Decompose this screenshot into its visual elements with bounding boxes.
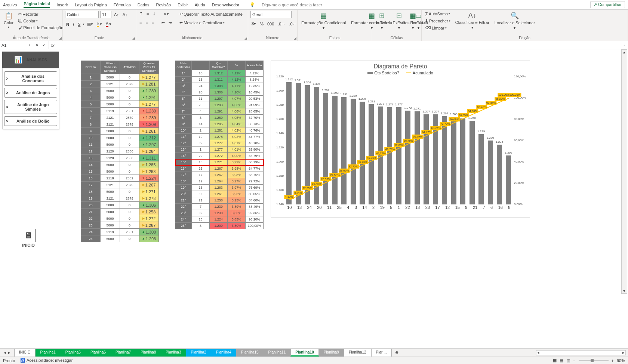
sheet-tab[interactable]: Planilha11 bbox=[264, 349, 291, 357]
wrap-text-button[interactable]: ↩Quebrar Texto Automaticamente bbox=[178, 11, 244, 17]
sheet-tab[interactable]: Planilha15 bbox=[236, 349, 264, 357]
dialog-launcher-icon[interactable]: ◢ bbox=[294, 36, 296, 40]
dialog-launcher-icon[interactable]: ◢ bbox=[132, 36, 135, 40]
merge-center-button[interactable]: ⬌Mesclar e Centralizar▾ bbox=[178, 19, 244, 26]
increase-font-button[interactable]: A↑ bbox=[113, 12, 120, 18]
comma-format-button[interactable]: 000 bbox=[266, 21, 275, 27]
clear-button[interactable]: ⌫Limpar▾ bbox=[424, 25, 452, 31]
sheet-tab[interactable]: Planilha7 bbox=[111, 349, 136, 357]
format-painter-button[interactable]: 🖌Pincel de Formatação bbox=[17, 25, 64, 31]
expand-formula-icon[interactable]: ⌄ bbox=[621, 43, 628, 47]
autosum-button[interactable]: ∑AutoSoma▾ bbox=[424, 11, 452, 17]
sheet-tab[interactable]: Planilha3 bbox=[161, 349, 186, 357]
zoom-slider[interactable] bbox=[579, 360, 609, 361]
table-row: 6°251.2934,06%24,59% bbox=[175, 102, 264, 108]
sheet-tab[interactable]: Planilha4 bbox=[211, 349, 236, 357]
sheet-tab[interactable]: Planilha2 bbox=[186, 349, 211, 357]
worksheet-area[interactable]: 📊 ANÁLISES >Análise dos Concursos>Anális… bbox=[0, 49, 628, 294]
zoom-in-button[interactable]: + bbox=[612, 358, 614, 363]
align-left-button[interactable]: ≡ bbox=[138, 20, 143, 26]
zoom-level[interactable]: 90% bbox=[617, 358, 625, 363]
menu-ajuda[interactable]: Ajuda bbox=[195, 3, 205, 7]
sheet-tab[interactable]: INICIO bbox=[14, 349, 36, 357]
y2-tick: 100,00% bbox=[514, 96, 529, 99]
number-format-combo[interactable] bbox=[250, 11, 292, 18]
accept-formula-icon[interactable]: ✓ bbox=[42, 43, 46, 47]
sheet-tab[interactable]: Plar ... bbox=[371, 349, 392, 357]
orientation-button[interactable]: ⤭▾ bbox=[162, 11, 170, 17]
menu-inserir[interactable]: Inserir bbox=[57, 3, 68, 7]
increase-decimal-button[interactable]: .0→ bbox=[277, 21, 286, 27]
font-name-combo[interactable] bbox=[65, 11, 99, 18]
sheet-tab[interactable]: Planilha1 bbox=[36, 349, 61, 357]
align-top-button[interactable]: ⤒ bbox=[138, 11, 144, 17]
bold-button[interactable]: N bbox=[65, 21, 70, 27]
align-bottom-button[interactable]: ⤓ bbox=[151, 11, 157, 17]
zoom-out-button[interactable]: − bbox=[573, 358, 575, 363]
accessibility-status[interactable]: ♿ Acessibilidade: investigar bbox=[20, 358, 73, 363]
sheet-tab[interactable]: Planilha12 bbox=[344, 349, 371, 357]
cut-button[interactable]: ✂Recortar bbox=[17, 11, 64, 17]
accounting-format-button[interactable]: $▾ bbox=[250, 21, 257, 27]
underline-button[interactable]: S bbox=[77, 21, 81, 27]
menu-desenvolvedor[interactable]: Desenvolvedor bbox=[212, 3, 239, 7]
font-color-button[interactable]: A▾ bbox=[105, 21, 113, 28]
decrease-indent-button[interactable]: ⇤ bbox=[160, 19, 166, 26]
borders-button[interactable]: ▦▾ bbox=[86, 21, 94, 27]
panel-button[interactable]: >Análise dos Concursos bbox=[4, 71, 57, 86]
menu-página-inicial[interactable]: Página Inicial bbox=[24, 1, 50, 8]
panel-button[interactable]: >Análise de Jogos bbox=[4, 88, 57, 98]
horizontal-scrollbar[interactable]: ◂▸ bbox=[536, 350, 626, 355]
tab-nav[interactable]: ◂▸ bbox=[0, 350, 14, 355]
conditional-format-button[interactable]: ▦Formatação Condicional▾ bbox=[300, 11, 347, 31]
paste-button[interactable]: 📋Colar▾ bbox=[2, 11, 15, 30]
cancel-formula-icon[interactable]: ✕ bbox=[35, 43, 39, 47]
menu-arquivo[interactable]: Arquivo bbox=[3, 3, 17, 7]
menu-exibir[interactable]: Exibir bbox=[178, 3, 188, 7]
menu-revisão[interactable]: Revisão bbox=[156, 3, 171, 7]
fill-button[interactable]: ⬇Preencher▾ bbox=[424, 18, 452, 24]
sheet-tab[interactable]: Planilha6 bbox=[86, 349, 111, 357]
share-button[interactable]: ↗ Compartilhar bbox=[590, 1, 625, 8]
vertical-scrollbar[interactable]: ▴▾ bbox=[621, 49, 627, 294]
italic-button[interactable]: I bbox=[72, 21, 75, 27]
pareto-chart[interactable]: Diagrama de Pareto Qts Sorteios? Acumula… bbox=[271, 61, 530, 218]
dialog-launcher-icon[interactable]: ◢ bbox=[59, 36, 62, 40]
sheet-tab[interactable]: Planilha9 bbox=[319, 349, 344, 357]
decrease-decimal-button[interactable]: .0← bbox=[288, 21, 298, 27]
lightbulb-icon: 💡 bbox=[250, 2, 255, 7]
panel-button[interactable]: >Análise de Jogo Simples bbox=[4, 100, 57, 114]
fx-icon[interactable]: fx bbox=[49, 43, 57, 47]
sheet-tab[interactable]: Planilha5 bbox=[61, 349, 86, 357]
table-row: 950000▶1.261 bbox=[81, 128, 159, 135]
align-right-button[interactable]: ≡ bbox=[151, 20, 155, 26]
menu-fórmulas[interactable]: Fórmulas bbox=[114, 3, 131, 7]
insert-cells-button[interactable]: ⊞Inserir▾ bbox=[375, 11, 389, 31]
decrease-font-button[interactable]: A↓ bbox=[121, 12, 129, 18]
align-middle-button[interactable]: ≡ bbox=[145, 11, 150, 17]
dialog-launcher-icon[interactable]: ◢ bbox=[244, 36, 247, 40]
fill-color-button[interactable]: ◊▾ bbox=[96, 21, 103, 28]
x-tick: 10 bbox=[287, 205, 292, 210]
panel-button[interactable]: >Análise de Bolão bbox=[4, 116, 57, 126]
tell-me-input[interactable]: Diga-me o que você deseja fazer bbox=[262, 3, 322, 7]
view-pagebreak-button[interactable]: ▥ bbox=[566, 358, 570, 363]
home-shortcut[interactable]: 🖥 INICIO bbox=[21, 229, 36, 247]
view-layout-button[interactable]: ▤ bbox=[560, 358, 563, 363]
new-sheet-button[interactable]: ⊕ bbox=[394, 349, 400, 356]
sheet-tab[interactable]: Planilha10 bbox=[290, 349, 318, 357]
copy-button[interactable]: ⿻Copiar▾ bbox=[17, 18, 64, 24]
menu-dados[interactable]: Dados bbox=[138, 3, 150, 7]
font-size-combo[interactable] bbox=[100, 11, 111, 18]
bar: 1.267 bbox=[433, 114, 438, 204]
find-select-button[interactable]: 🔍Localizar e Selecionar▾ bbox=[493, 11, 536, 31]
delete-cells-button[interactable]: ⊟Excluir▾ bbox=[391, 11, 407, 31]
view-normal-button[interactable]: ▦ bbox=[553, 358, 557, 363]
percent-format-button[interactable]: % bbox=[259, 21, 265, 27]
name-box[interactable]: A1▾ bbox=[0, 41, 32, 49]
menu-layout-da-página[interactable]: Layout da Página bbox=[75, 3, 107, 7]
increase-indent-button[interactable]: ⇥ bbox=[167, 19, 173, 26]
sort-filter-button[interactable]: A↓Classificar e Filtrar▾ bbox=[454, 11, 491, 30]
sheet-tab[interactable]: Planilha8 bbox=[136, 349, 161, 357]
align-center-button[interactable]: ≡ bbox=[144, 20, 149, 26]
